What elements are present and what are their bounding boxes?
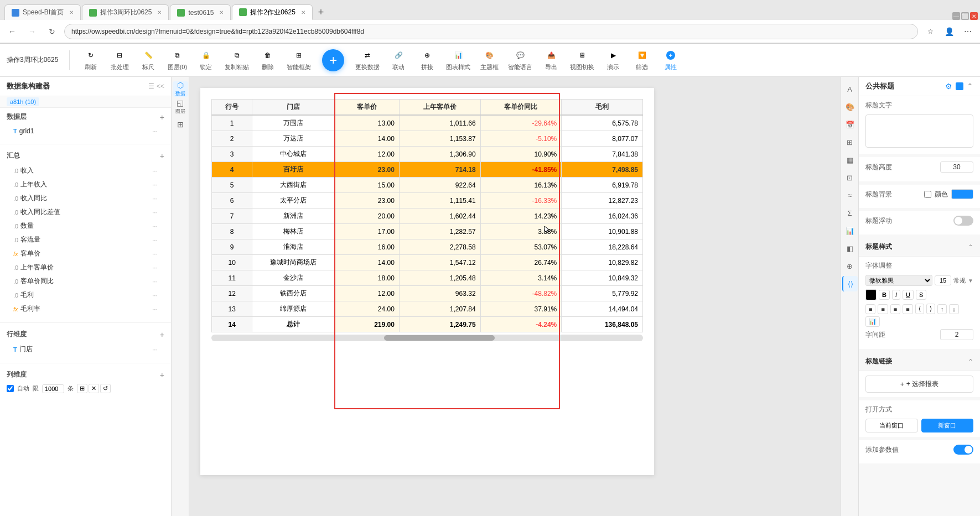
toolbar-batch[interactable]: ⊟ 批处理 bbox=[110, 49, 129, 71]
align-left-button[interactable]: ≡ bbox=[865, 304, 875, 314]
new-tab-button[interactable]: + bbox=[314, 4, 329, 20]
underline-button[interactable]: U bbox=[903, 290, 914, 300]
grid1-actions[interactable]: ··· bbox=[152, 127, 158, 135]
forward-button[interactable]: → bbox=[24, 24, 40, 39]
field-quantity[interactable]: .0 数量 ··· bbox=[7, 219, 164, 233]
title-bg-checkbox[interactable] bbox=[924, 191, 931, 198]
chart-bar-button[interactable]: 📊 bbox=[865, 316, 880, 327]
rp-nav-box[interactable]: ⊡ bbox=[842, 170, 858, 185]
title-height-input[interactable] bbox=[940, 161, 973, 173]
add-component-button[interactable]: + bbox=[322, 49, 344, 71]
rp-nav-split[interactable]: ◧ bbox=[842, 241, 858, 256]
add-row-dim-button[interactable]: + bbox=[160, 330, 164, 339]
tab-op2[interactable]: 操作2作业0625 ✕ bbox=[232, 4, 312, 20]
toolbar-join[interactable]: ⊕ 拼接 bbox=[417, 49, 437, 71]
text-up-button[interactable]: ↑ bbox=[937, 304, 947, 314]
rp-nav-grid[interactable]: ⊞ bbox=[842, 134, 858, 150]
toolbar-chart-style[interactable]: 📊 图表样式 bbox=[446, 49, 470, 71]
col-dim-btn2[interactable]: ✕ bbox=[89, 384, 99, 393]
toolbar-property[interactable]: 属性 bbox=[661, 49, 681, 71]
limit-input[interactable] bbox=[42, 384, 64, 393]
nav-side-layer[interactable]: ◱ 图层 bbox=[173, 99, 188, 114]
field-ticket-yoy[interactable]: .0 客单价同比 ··· bbox=[7, 274, 164, 288]
col-dim-btn3[interactable]: ↺ bbox=[100, 384, 111, 393]
sidebar-grid1-item[interactable]: T grid1 ··· bbox=[7, 125, 164, 137]
font-family-select[interactable]: 微软雅黑 bbox=[865, 275, 932, 286]
title-style-header[interactable]: 标题样式 ⌃ bbox=[859, 238, 980, 257]
rp-nav-text[interactable]: A bbox=[842, 81, 858, 97]
reload-button[interactable]: ↻ bbox=[44, 24, 60, 39]
toolbar-lock[interactable]: 🔒 锁定 bbox=[196, 49, 216, 71]
bold-button[interactable]: B bbox=[879, 290, 890, 300]
new-window-button[interactable]: 新窗口 bbox=[921, 419, 974, 432]
tab-op3[interactable]: 操作3周环比0625 ✕ bbox=[82, 4, 169, 20]
title-float-toggle[interactable] bbox=[953, 216, 973, 226]
more-button[interactable]: ⋯ bbox=[960, 24, 976, 39]
tab-close-op3[interactable]: ✕ bbox=[157, 9, 162, 15]
close-button[interactable]: ✕ bbox=[970, 12, 978, 20]
align-right-button[interactable]: ≡ bbox=[890, 304, 900, 314]
bookmark-button[interactable]: ☆ bbox=[922, 24, 938, 39]
rp-nav-chart[interactable]: 📊 bbox=[842, 223, 858, 238]
toolbar-layers[interactable]: ⧉ 图层(0) bbox=[167, 49, 187, 71]
title-link-header[interactable]: 标题链接 ⌃ bbox=[859, 352, 980, 371]
toolbar-link[interactable]: 🔗 联动 bbox=[388, 49, 408, 71]
sidebar-collapse-button[interactable]: << bbox=[157, 82, 164, 90]
text-down-button[interactable]: ↓ bbox=[949, 304, 959, 314]
add-col-dim-button[interactable]: + bbox=[160, 371, 164, 379]
select-report-button[interactable]: + + 选择报表 bbox=[865, 376, 973, 393]
right-panel-settings-icon[interactable]: ⚙ bbox=[945, 82, 952, 91]
canvas-area[interactable]: 行号 门店 客单价 上年客单价 客单价同比 毛利 1 万围店 13.00 bbox=[189, 77, 841, 516]
minimize-button[interactable]: — bbox=[952, 12, 960, 20]
back-button[interactable]: ← bbox=[4, 24, 20, 39]
field-traffic[interactable]: .0 客流量 ··· bbox=[7, 233, 164, 247]
field-shouru[interactable]: .0 收入 ··· bbox=[7, 164, 164, 178]
toolbar-delete[interactable]: 🗑 删除 bbox=[258, 49, 278, 71]
title-text-input[interactable] bbox=[865, 114, 973, 148]
toolbar-smart[interactable]: ⊞ 智能框架 bbox=[287, 49, 311, 71]
rp-nav-formula[interactable]: ≈ bbox=[842, 187, 858, 203]
letter-spacing-input[interactable] bbox=[940, 329, 973, 340]
indent-dec-button[interactable]: ⟨ bbox=[915, 304, 924, 314]
row-dim-store[interactable]: T 门店 ··· bbox=[7, 342, 164, 356]
rp-nav-plus[interactable]: ⊕ bbox=[842, 258, 858, 274]
field-gross-profit[interactable]: .0 毛利 ··· bbox=[7, 288, 164, 302]
scrollbar-thumb[interactable] bbox=[384, 335, 495, 341]
toolbar-ruler[interactable]: 📏 标尺 bbox=[138, 49, 158, 71]
toolbar-view[interactable]: 🖥 视图切换 bbox=[570, 49, 594, 71]
rp-nav-sigma[interactable]: Σ bbox=[842, 205, 858, 221]
field-shouru-yoy-diff[interactable]: .0 收入同比差值 ··· bbox=[7, 205, 164, 219]
rp-nav-table[interactable]: ▦ bbox=[842, 152, 858, 168]
nav-side-data[interactable]: ⬡ 数据 bbox=[173, 81, 188, 97]
toolbar-filter[interactable]: 🔽 筛选 bbox=[632, 49, 652, 71]
restore-button[interactable]: ⬜ bbox=[961, 12, 969, 20]
toolbar-swap[interactable]: ⇄ 更换数据 bbox=[355, 49, 380, 71]
field-ticket-price[interactable]: fx 客单价 ··· bbox=[7, 247, 164, 260]
tab-close-home[interactable]: ✕ bbox=[69, 9, 74, 15]
profile-button[interactable]: 👤 bbox=[941, 24, 957, 39]
title-bg-color-preview[interactable] bbox=[951, 189, 973, 199]
field-last-year-shouru[interactable]: .0 上年收入 ··· bbox=[7, 178, 164, 191]
align-justify-button[interactable]: ≡ bbox=[903, 304, 912, 314]
tab-home[interactable]: Speed-BI首页 ✕ bbox=[4, 4, 81, 20]
font-size-input[interactable] bbox=[935, 275, 951, 285]
current-window-button[interactable]: 当前窗口 bbox=[865, 419, 918, 432]
rp-nav-color[interactable]: 🎨 bbox=[842, 99, 858, 114]
tab-close-test[interactable]: ✕ bbox=[219, 9, 224, 15]
rp-nav-calendar[interactable]: 📅 bbox=[842, 117, 858, 132]
field-gross-margin[interactable]: fx 毛利率 ··· bbox=[7, 302, 164, 316]
field-last-year-ticket[interactable]: .0 上年客单价 ··· bbox=[7, 260, 164, 274]
indent-inc-button[interactable]: ⟩ bbox=[926, 304, 935, 314]
add-aggregate-button[interactable]: + bbox=[160, 152, 164, 160]
toolbar-theme[interactable]: 🎨 主题框 bbox=[479, 49, 499, 71]
toolbar-ai[interactable]: 💬 智能语言 bbox=[508, 49, 532, 71]
tab-close-op2[interactable]: ✕ bbox=[301, 9, 305, 15]
nav-side-layer2[interactable]: ⊞ bbox=[173, 117, 188, 132]
sidebar-menu-icon[interactable]: ☰ bbox=[148, 82, 154, 90]
add-data-button[interactable]: + bbox=[160, 113, 164, 122]
right-panel-expand-icon[interactable]: ⌃ bbox=[967, 82, 973, 91]
toolbar-present[interactable]: ▶ 演示 bbox=[603, 49, 623, 71]
italic-button[interactable]: I bbox=[892, 290, 900, 300]
strikethrough-button[interactable]: S bbox=[916, 290, 926, 300]
align-center-button[interactable]: ≡ bbox=[878, 304, 888, 314]
